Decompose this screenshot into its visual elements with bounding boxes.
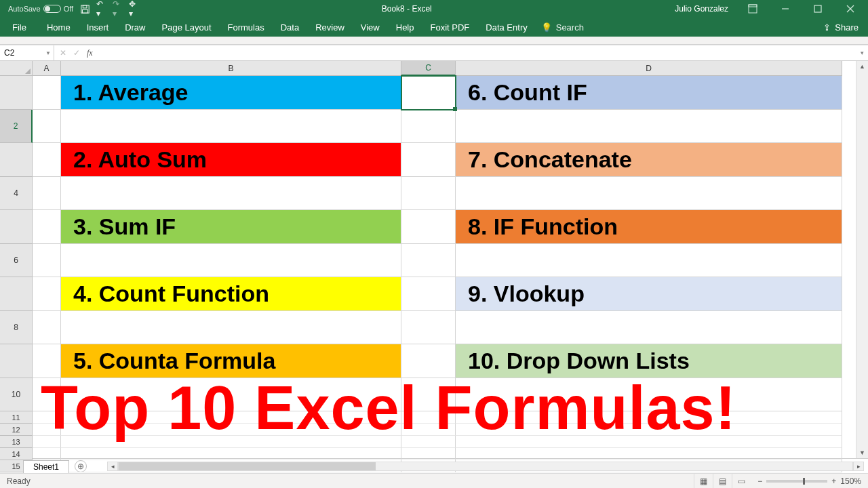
- cell-r4-c0[interactable]: [33, 210, 61, 244]
- scroll-right-icon[interactable]: ▸: [853, 462, 864, 471]
- autosave-toggle[interactable]: AutoSave Off: [8, 5, 73, 13]
- cell-r1-c3[interactable]: [456, 110, 842, 144]
- cell-r6-c2[interactable]: [401, 277, 456, 311]
- cell-r5-c1[interactable]: [61, 244, 401, 278]
- cell-r7-c2[interactable]: [401, 311, 456, 345]
- cell-r1-c1[interactable]: [61, 110, 401, 144]
- row-header-blank4[interactable]: [0, 210, 33, 244]
- zoom-level[interactable]: 150%: [840, 476, 861, 486]
- col-header-D[interactable]: D: [456, 61, 842, 76]
- name-box[interactable]: ▼: [0, 45, 54, 60]
- cell-r9-c0[interactable]: [33, 378, 61, 412]
- formula-item-right-2[interactable]: 8. IF Function: [456, 210, 842, 244]
- cell-r3-c3[interactable]: [456, 177, 842, 211]
- cell-r13-c0[interactable]: [33, 448, 61, 460]
- autosave-pill[interactable]: [43, 5, 61, 13]
- col-header-A[interactable]: A: [33, 61, 61, 76]
- close-icon[interactable]: [835, 0, 865, 18]
- col-header-C[interactable]: C: [401, 61, 456, 76]
- cell-r0-c0[interactable]: [33, 76, 61, 110]
- formula-item-right-1[interactable]: 7. Concatenate: [456, 143, 842, 177]
- scroll-down-icon[interactable]: ▼: [856, 447, 868, 458]
- tab-data-entry[interactable]: Data Entry: [477, 18, 535, 37]
- tab-page-layout[interactable]: Page Layout: [154, 18, 220, 37]
- fx-icon[interactable]: fx: [87, 48, 93, 58]
- cell-r3-c1[interactable]: [61, 177, 401, 211]
- cell-r6-c0[interactable]: [33, 277, 61, 311]
- formula-item-left-3[interactable]: 4. Count Function: [61, 277, 401, 311]
- cell-r10-c1[interactable]: [61, 411, 401, 424]
- cell-r1-c0[interactable]: [33, 110, 61, 144]
- cell-r12-c0[interactable]: [33, 436, 61, 448]
- hscroll-thumb[interactable]: [119, 462, 376, 470]
- scroll-up-icon[interactable]: ▲: [856, 61, 868, 72]
- ribbon-options-icon[interactable]: [738, 0, 768, 18]
- cell-r11-c1[interactable]: [61, 424, 401, 436]
- cell-r7-c1[interactable]: [61, 311, 401, 345]
- vertical-scrollbar[interactable]: ▲ ▼: [856, 61, 868, 458]
- zoom-in-icon[interactable]: +: [831, 476, 836, 486]
- formula-item-left-4[interactable]: 5. Counta Formula: [61, 344, 401, 378]
- undo-icon[interactable]: ↶ ▾: [96, 4, 106, 14]
- user-name[interactable]: Julio Gonzalez: [675, 4, 728, 14]
- row-header-13[interactable]: 13: [0, 436, 33, 448]
- name-box-input[interactable]: [4, 48, 50, 58]
- select-all-button[interactable]: [0, 61, 33, 76]
- col-header-B[interactable]: B: [61, 61, 401, 76]
- formula-item-left-2[interactable]: 3. Sum IF: [61, 210, 401, 244]
- cell-r11-c0[interactable]: [33, 424, 61, 436]
- hscroll-track[interactable]: [118, 462, 853, 471]
- cell-r5-c0[interactable]: [33, 244, 61, 278]
- redo-icon[interactable]: ↷ ▾: [113, 4, 122, 14]
- cell-r1-c2[interactable]: [401, 110, 456, 144]
- tab-foxit-pdf[interactable]: Foxit PDF: [422, 18, 478, 37]
- row-header-2[interactable]: 2: [0, 110, 33, 144]
- tab-file[interactable]: File: [0, 18, 39, 37]
- row-header-12[interactable]: 12: [0, 424, 33, 436]
- sheet-tab-sheet1[interactable]: Sheet1: [23, 460, 69, 473]
- cell-r4-c2[interactable]: [401, 210, 456, 244]
- tab-formulas[interactable]: Formulas: [220, 18, 273, 37]
- cell-r10-c3[interactable]: [456, 411, 842, 424]
- row-header-blank8[interactable]: [0, 344, 33, 378]
- cell-r2-c0[interactable]: [33, 143, 61, 177]
- cell-r3-c0[interactable]: [33, 177, 61, 211]
- tab-review[interactable]: Review: [307, 18, 353, 37]
- cell-r13-c3[interactable]: [456, 448, 842, 460]
- formula-item-right-0[interactable]: 6. Count IF: [456, 76, 842, 110]
- share-button[interactable]: ⇪ Share: [823, 22, 868, 33]
- tab-draw[interactable]: Draw: [117, 18, 153, 37]
- row-header-blank2[interactable]: [0, 143, 33, 177]
- row-header-10[interactable]: 10: [0, 378, 33, 412]
- row-header-14[interactable]: 14: [0, 448, 33, 460]
- cell-r11-c3[interactable]: [456, 424, 842, 436]
- cell-r2-c2[interactable]: [401, 143, 456, 177]
- cell-r12-c3[interactable]: [456, 436, 842, 448]
- cell-r13-c1[interactable]: [61, 448, 401, 460]
- row-header-6[interactable]: 6: [0, 244, 33, 278]
- accept-formula-icon[interactable]: ✓: [73, 48, 80, 58]
- view-page-break-icon[interactable]: ▭: [732, 474, 751, 489]
- chevron-down-icon[interactable]: ▼: [45, 50, 51, 56]
- tab-help[interactable]: Help: [388, 18, 422, 37]
- cell-r0-c2[interactable]: [401, 76, 456, 110]
- cell-r7-c0[interactable]: [33, 311, 61, 345]
- row-header-4[interactable]: 4: [0, 177, 33, 211]
- row-header-blank6[interactable]: [0, 277, 33, 311]
- row-header-11[interactable]: 11: [0, 411, 33, 424]
- cell-r10-c0[interactable]: [33, 411, 61, 424]
- cell-r12-c2[interactable]: [401, 436, 456, 448]
- row-header-blank0[interactable]: [0, 76, 33, 110]
- formula-item-left-0[interactable]: 1. Average: [61, 76, 401, 110]
- formula-input[interactable]: [98, 48, 856, 58]
- cell-r9-c3[interactable]: [456, 378, 842, 412]
- cell-r8-c2[interactable]: [401, 344, 456, 378]
- formula-item-left-1[interactable]: 2. Auto Sum: [61, 143, 401, 177]
- row-header-8[interactable]: 8: [0, 311, 33, 345]
- formula-item-right-3[interactable]: 9. Vlookup: [456, 277, 842, 311]
- cell-r7-c3[interactable]: [456, 311, 842, 345]
- tab-insert[interactable]: Insert: [79, 18, 117, 37]
- formula-item-right-4[interactable]: 10. Drop Down Lists: [456, 344, 842, 378]
- cancel-formula-icon[interactable]: ✕: [60, 48, 66, 58]
- touch-mode-icon[interactable]: ✥ ▾: [129, 4, 138, 14]
